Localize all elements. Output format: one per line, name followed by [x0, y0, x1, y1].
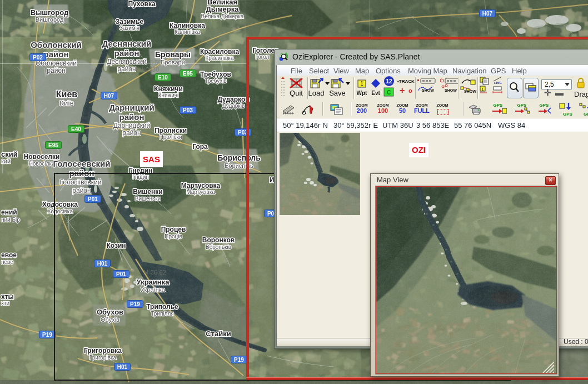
svg-text:Триполье: Триполье — [146, 303, 178, 311]
svg-text:кий: кий — [1, 158, 11, 164]
svg-text:H07: H07 — [482, 11, 493, 17]
svg-text:Украинка: Украинка — [137, 278, 170, 286]
svg-text:P0: P0 — [267, 211, 275, 217]
svg-text:H01: H01 — [97, 261, 108, 267]
svg-text:Гнідин: Гнідин — [132, 174, 149, 180]
svg-text:1: 1 — [482, 87, 484, 91]
svg-text:P01: P01 — [116, 271, 126, 277]
svg-text:Дымерка: Дымерка — [206, 5, 240, 13]
svg-text:Велика Димерка: Велика Димерка — [201, 13, 244, 19]
svg-text:Процев: Процев — [161, 226, 186, 233]
svg-text:Дарницкий: Дарницкий — [109, 103, 155, 112]
svg-text:Мартусовка: Мартусовка — [181, 182, 221, 189]
svg-text:Ходосівка: Ходосівка — [47, 208, 73, 215]
svg-text:Воронков: Воронков — [202, 236, 235, 244]
svg-text:хти: хти — [1, 300, 9, 306]
svg-text:Вишгород: Вишгород — [36, 16, 64, 23]
svg-text:Борисполь: Борисполь — [217, 153, 261, 162]
svg-text:Трипілля: Трипілля — [151, 311, 173, 317]
svg-text:E95: E95 — [48, 142, 58, 148]
svg-text:Григорівка: Григорівка — [89, 355, 117, 361]
svg-text:Вишеньки: Вишеньки — [135, 196, 161, 202]
svg-text:Стайки: Стайки — [206, 330, 231, 338]
svg-text:GPS: GPS — [517, 103, 527, 108]
svg-text:ний Бір: ний Бір — [1, 217, 20, 223]
svg-text:Обухів: Обухів — [101, 316, 119, 323]
svg-text:P02: P02 — [33, 54, 43, 61]
svg-text:SHOW: SHOW — [422, 88, 434, 92]
svg-text:Григоровка: Григоровка — [84, 347, 122, 355]
svg-text:P01: P01 — [88, 196, 98, 202]
svg-text:H01: H01 — [117, 364, 128, 370]
svg-text:Княжичи: Княжичи — [154, 85, 183, 93]
svg-text:GPS: GPS — [563, 112, 573, 117]
svg-text:Требухів: Требухів — [205, 78, 227, 84]
svg-text:Київ: Київ — [59, 99, 73, 107]
svg-text:Дарницький: Дарницький — [113, 122, 151, 129]
svg-text:Княжичі: Княжичі — [158, 92, 178, 98]
svg-text:район: район — [44, 49, 69, 59]
svg-text:Пролиски: Пролиски — [155, 127, 187, 134]
svg-text:Козин: Козин — [106, 242, 126, 250]
svg-text:Зазимье: Зазимье — [116, 18, 144, 26]
svg-text:Гогол: Гогол — [256, 54, 270, 60]
svg-text:1: 1 — [360, 81, 363, 87]
svg-text:C: C — [387, 89, 391, 96]
svg-text:Киев: Киев — [56, 89, 78, 99]
svg-text:12: 12 — [386, 78, 392, 84]
svg-text:хты: хты — [1, 293, 14, 301]
svg-text:евое: евое — [1, 251, 17, 259]
svg-text:P03: P03 — [183, 107, 193, 113]
svg-text:SHOW: SHOW — [445, 88, 457, 92]
svg-text:P19: P19 — [234, 357, 244, 363]
svg-text:Дударків: Дударків — [222, 103, 245, 109]
svg-text:Голосеевский: Голосеевский — [53, 159, 110, 168]
svg-text:SHOW: SHOW — [464, 89, 476, 93]
svg-text:GPS: GPS — [494, 103, 504, 108]
svg-text:Українка: Українка — [141, 286, 166, 293]
svg-text:Обухов: Обухов — [97, 308, 123, 316]
svg-text:Калиновка: Калиновка — [170, 22, 205, 29]
svg-text:Оболонский: Оболонский — [31, 40, 82, 49]
svg-text:Красилівка: Красилівка — [205, 55, 233, 61]
svg-text:Зазим'я: Зазим'я — [119, 25, 139, 31]
svg-text:Мартусівка: Мартусівка — [186, 189, 215, 195]
svg-text:Проліски: Проліски — [159, 134, 182, 140]
svg-text:Голосіївський: Голосіївський — [59, 178, 101, 186]
svg-text:неве: неве — [1, 259, 13, 265]
svg-text:Дударков: Дударков — [217, 96, 249, 103]
svg-text:Требухов: Требухов — [200, 71, 231, 78]
svg-text:Ходосовка: Ходосовка — [42, 201, 78, 208]
svg-text:№0930: №0930 — [139, 66, 159, 73]
svg-text:Проців: Проців — [165, 233, 182, 240]
svg-text:H07: H07 — [104, 93, 114, 99]
svg-text:Бровари: Бровари — [161, 59, 185, 66]
svg-text:ений: ений — [1, 208, 17, 216]
svg-text:Вороньків: Вороньків — [206, 244, 231, 250]
svg-text:E95: E95 — [183, 71, 193, 77]
svg-text:район: район — [119, 112, 144, 122]
svg-text:ский: ский — [1, 150, 18, 158]
svg-text:район: район — [72, 187, 91, 195]
svg-text:GPS: GPS — [540, 103, 550, 108]
svg-text:Калинівка: Калинівка — [175, 29, 200, 35]
svg-text:Бориспіль: Бориспіль — [225, 162, 253, 169]
svg-text:E40: E40 — [71, 126, 81, 132]
svg-text:район: район — [47, 67, 65, 74]
svg-text:Бровары: Бровары — [155, 50, 191, 59]
svg-text:E10: E10 — [158, 74, 168, 81]
svg-text:район: район — [117, 65, 136, 73]
svg-text:Е90?30: Е90?30 — [54, 219, 75, 226]
svg-text:М-36-62: М-36-62 — [143, 269, 166, 276]
svg-text:район: район — [122, 129, 141, 137]
svg-text:Гора: Гора — [192, 143, 208, 151]
svg-text:P19: P19 — [130, 301, 140, 307]
svg-text:Красиловка: Красиловка — [200, 48, 240, 56]
svg-text:GPS: GPS — [584, 112, 588, 117]
svg-text:район: район — [114, 48, 139, 58]
svg-text:Вишенки: Вишенки — [133, 188, 162, 196]
svg-text:P19: P19 — [42, 332, 52, 338]
svg-text:Пуховка: Пуховка — [128, 0, 156, 8]
svg-text:Новосілки: Новосілки — [29, 161, 55, 167]
svg-text:LINE: LINE — [494, 81, 502, 84]
